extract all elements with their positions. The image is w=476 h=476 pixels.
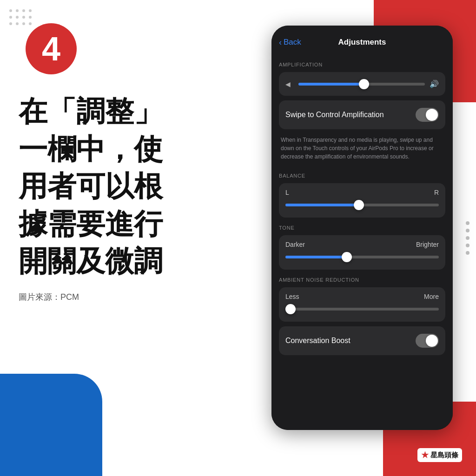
amplification-track-wrap	[298, 83, 425, 86]
logo-star-icon: ★	[421, 450, 429, 460]
tone-slider-container: Darker Brighter	[279, 235, 445, 270]
ambient-label: AMBIENT NOISE REDUCTION	[279, 277, 445, 283]
page-title: Adjustments	[338, 38, 386, 47]
balance-fill	[285, 204, 359, 206]
decorative-dots-topleft	[9, 9, 32, 25]
bg-bottom-left-decoration	[0, 374, 102, 476]
amplification-slider-row: ◀ 🔊	[279, 72, 445, 96]
tone-thumb	[342, 252, 352, 262]
conversation-boost-row: Conversation Boost	[279, 326, 445, 355]
amplification-track[interactable]	[298, 83, 425, 86]
amplification-fill	[298, 83, 364, 86]
ambient-track[interactable]	[285, 308, 439, 311]
phone-mockup: ‹ Back Adjustments AMPLIFICATION ◀ 🔊	[271, 26, 453, 430]
balance-thumb	[354, 200, 364, 210]
balance-right-label: R	[434, 189, 439, 196]
ambient-more-label: More	[424, 293, 439, 300]
phone-header: ‹ Back Adjustments	[271, 26, 453, 54]
source-attribution: 圖片來源：PCM	[19, 291, 218, 303]
tone-darker-label: Darker	[285, 241, 305, 248]
swipe-control-description: When in Transparency and no media is pla…	[279, 134, 445, 165]
logo-area: ★ 星島頭條	[417, 448, 462, 462]
swipe-control-label: Swipe to Control Amplification	[285, 111, 384, 119]
swipe-control-toggle-knob	[426, 109, 438, 121]
balance-left-label: L	[285, 189, 289, 196]
chinese-text-area: 在「調整」一欄中，使用者可以根據需要進行開關及微調 圖片來源：PCM	[19, 93, 218, 303]
ambient-less-label: Less	[285, 293, 299, 300]
step-number: 4	[42, 32, 60, 66]
main-chinese-text: 在「調整」一欄中，使用者可以根據需要進行開關及微調	[19, 93, 218, 280]
ambient-labels: Less More	[285, 293, 439, 300]
amplification-label: AMPLIFICATION	[279, 62, 445, 67]
step-number-badge: 4	[26, 23, 77, 74]
conversation-boost-toggle-knob	[426, 335, 438, 347]
tone-labels: Darker Brighter	[285, 241, 439, 248]
tone-label: TONE	[279, 225, 445, 231]
amplification-thumb	[359, 79, 369, 89]
back-label: Back	[284, 38, 301, 47]
balance-slider-row	[285, 200, 439, 210]
ambient-slider-row	[285, 304, 439, 314]
tone-fill	[285, 256, 347, 258]
volume-high-icon: 🔊	[430, 79, 439, 88]
ambient-slider-container: Less More	[279, 287, 445, 322]
tone-slider-row	[285, 252, 439, 262]
swipe-control-toggle[interactable]	[416, 108, 439, 122]
tone-brighter-label: Brighter	[416, 241, 439, 248]
volume-low-icon: ◀	[285, 80, 294, 88]
ambient-thumb	[285, 304, 296, 314]
balance-slider-container: L R	[279, 183, 445, 218]
back-chevron-icon: ‹	[279, 38, 282, 47]
conversation-boost-toggle[interactable]	[416, 334, 439, 348]
swipe-control-row: Swipe to Control Amplification	[279, 100, 445, 129]
phone-content: AMPLIFICATION ◀ 🔊 Swipe to Control Ampli…	[271, 62, 453, 355]
balance-labels: L R	[285, 189, 439, 196]
logo-text: 星島頭條	[430, 451, 458, 460]
phone-screen: ‹ Back Adjustments AMPLIFICATION ◀ 🔊	[271, 26, 453, 430]
back-button[interactable]: ‹ Back	[279, 38, 301, 47]
balance-track[interactable]	[285, 204, 439, 206]
tone-track[interactable]	[285, 256, 439, 258]
conversation-boost-label: Conversation Boost	[285, 337, 350, 345]
decorative-dots-right	[466, 221, 469, 255]
balance-label: BALANCE	[279, 173, 445, 178]
